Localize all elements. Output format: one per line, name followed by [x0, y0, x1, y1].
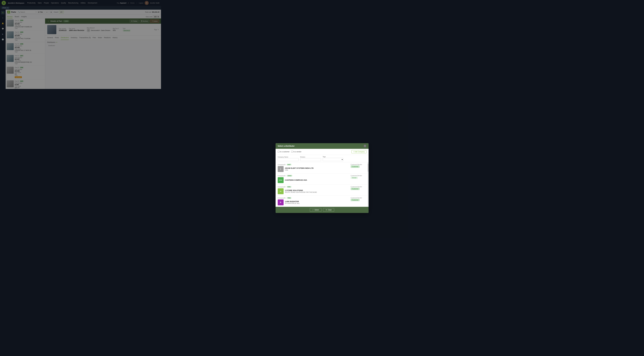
modal-overlay: Select a distributor ✕ Is a customer Is …	[0, 0, 161, 89]
